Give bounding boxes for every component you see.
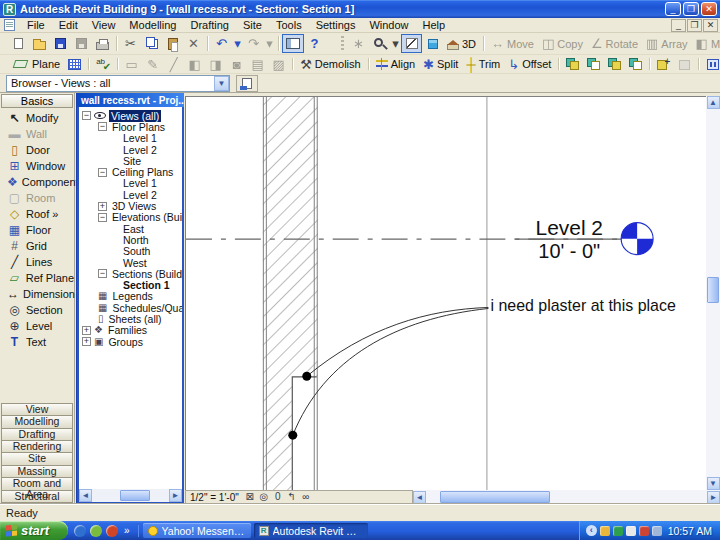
level-label[interactable]: Level 2 (535, 216, 603, 239)
tree-item-east[interactable]: East (79, 223, 182, 234)
tree-expander-icon[interactable]: − (98, 122, 107, 131)
properties-button[interactable] (236, 75, 258, 92)
offset-button[interactable]: ↳Offset (504, 55, 555, 74)
scroll-up-icon[interactable]: ▲ (707, 96, 720, 109)
reveal-hidden-elements-button[interactable]: ↰ (285, 491, 299, 503)
tree-expander-icon[interactable]: − (82, 111, 91, 120)
browser-horizontal-scrollbar[interactable]: ◄ ► (79, 489, 182, 502)
tree-item-groups[interactable]: +▣Groups (79, 336, 182, 347)
shadows-button[interactable]: 0 (271, 491, 285, 503)
tree-expander-icon[interactable]: − (98, 168, 107, 177)
menu-drafting[interactable]: Drafting (183, 18, 236, 32)
designbar-tab-rendering[interactable]: Rendering (1, 440, 73, 452)
leader-line-lower[interactable] (293, 308, 489, 435)
tree-item-level-2[interactable]: Level 2 (79, 189, 182, 200)
uncut-geometry-button[interactable] (625, 55, 646, 74)
designbar-item-ref-plane[interactable]: ▱Ref Plane (0, 270, 74, 286)
messenger-tray-icon[interactable] (626, 526, 636, 536)
zoom-menu-button[interactable]: ▾ (390, 34, 401, 53)
menu-view[interactable]: View (85, 18, 123, 32)
wall-joins-button[interactable] (653, 55, 674, 74)
designbar-item-roof[interactable]: ◇Roof » (0, 206, 74, 222)
copy-button[interactable] (141, 34, 162, 53)
scrollbar-thumb[interactable] (120, 490, 150, 501)
tree-expander-icon[interactable]: − (98, 213, 107, 222)
annotation-text[interactable]: i need plaster at this place (490, 297, 676, 314)
tree-item-schedules-quantitie[interactable]: ▦Schedules/Quantitie (79, 302, 182, 313)
level-elevation[interactable]: 10' - 0" (538, 240, 600, 262)
scrollbar-thumb[interactable] (440, 491, 550, 503)
vertical-scrollbar[interactable]: ▲ ▼ (706, 96, 720, 490)
designbar-item-lines[interactable]: ╱Lines (0, 254, 74, 270)
designbar-tab-room-and-area[interactable]: Room and Area (1, 477, 73, 489)
tree-item-elevations-building[interactable]: −Elevations (Building (79, 212, 182, 223)
scroll-down-icon[interactable]: ▼ (707, 477, 720, 490)
default-3d-view-button[interactable]: 3D (443, 34, 480, 53)
designbar-tab-structural[interactable]: Structural (1, 490, 73, 502)
tree-item-floor-plans[interactable]: −Floor Plans (79, 121, 182, 132)
model-graphics-style-button[interactable]: ◎ (257, 491, 271, 503)
section-view-canvas[interactable]: Level 2 10' - 0" i need plaster at this … (185, 96, 706, 490)
work-plane-grid-button[interactable] (64, 55, 85, 74)
undo-menu-button[interactable]: ▾ (232, 34, 243, 53)
taskbar-task-yahoo-messenger-wi[interactable]: Yahoo! Messenger wi... (143, 523, 251, 538)
paste-button[interactable] (162, 34, 183, 53)
designbar-tab-site[interactable]: Site (1, 452, 73, 464)
menu-edit[interactable]: Edit (52, 18, 85, 32)
scroll-right-icon[interactable]: ► (169, 489, 182, 502)
print-button[interactable] (92, 34, 113, 53)
undo-button[interactable]: ↶ (211, 34, 232, 53)
tree-item-level-2[interactable]: Level 2 (79, 144, 182, 155)
horizontal-scrollbar[interactable]: ◄ ► (413, 490, 720, 504)
unjoin-geometry-button[interactable] (583, 55, 604, 74)
zoom-button[interactable] (369, 34, 390, 53)
tree-item-site[interactable]: Site (79, 155, 182, 166)
menu-tools[interactable]: Tools (269, 18, 309, 32)
wall-section-hatch[interactable] (263, 97, 318, 490)
designbar-item-window[interactable]: ⊞Window (0, 158, 74, 174)
designbar-item-component[interactable]: ❖Component (0, 174, 74, 190)
windows-security-icon[interactable] (600, 526, 610, 536)
menu-window[interactable]: Window (362, 18, 415, 32)
open-button[interactable] (29, 34, 50, 53)
save-button[interactable] (50, 34, 71, 53)
close-button[interactable]: ✕ (701, 2, 717, 16)
context-help-button[interactable]: ? (304, 34, 325, 53)
temporary-hide-isolate-button[interactable]: ∞ (299, 491, 313, 503)
split-button[interactable]: ✱Split (419, 55, 462, 74)
designbar-item-text[interactable]: TText (0, 334, 74, 350)
internet-explorer-icon[interactable] (74, 525, 86, 537)
tree-item-west[interactable]: West (79, 257, 182, 268)
designbar-tab-basics[interactable]: Basics (1, 94, 73, 108)
tree-item-3d-views[interactable]: +3D Views (79, 200, 182, 211)
tree-item-ceiling-plans[interactable]: −Ceiling Plans (79, 166, 182, 177)
designbar-item-section[interactable]: ◎Section (0, 302, 74, 318)
delete-button[interactable]: ✕ (183, 34, 204, 53)
quick-launch-overflow-icon[interactable]: » (122, 525, 132, 536)
tree-expander-icon[interactable]: + (82, 326, 91, 335)
tree-item-south[interactable]: South (79, 246, 182, 257)
tray-collapse-icon[interactable]: ‹ (586, 525, 597, 536)
new-button[interactable] (8, 34, 29, 53)
start-button[interactable]: start (0, 521, 68, 540)
designbar-item-modify[interactable]: ↖Modify (0, 110, 74, 126)
tree-item-section-1[interactable]: Section 1 (79, 279, 182, 290)
work-plane-button[interactable]: Plane (8, 55, 64, 74)
leader-line-upper[interactable] (307, 307, 489, 376)
tree-item-north[interactable]: North (79, 234, 182, 245)
cut-geometry-button[interactable] (604, 55, 625, 74)
designbar-item-door[interactable]: ▯Door (0, 142, 74, 158)
volume-icon[interactable] (639, 526, 649, 536)
designbar-item-level[interactable]: ⊕Level (0, 318, 74, 334)
leader-dot-lower[interactable] (288, 431, 297, 440)
designbar-tab-modelling[interactable]: Modelling (1, 415, 73, 427)
type-selector-combo[interactable]: Browser - Views : all ▼ (6, 75, 230, 92)
tree-item-sections-building-s[interactable]: −Sections (Building S (79, 268, 182, 279)
scroll-left-icon[interactable]: ◄ (79, 489, 92, 502)
tree-item-views-all[interactable]: −Views (all) (79, 110, 182, 121)
mdi-restore-button[interactable]: ❐ (687, 19, 702, 32)
quicktime-icon[interactable] (613, 526, 623, 536)
designbar-tab-view[interactable]: View (1, 403, 73, 415)
project-browser-titlebar[interactable]: wall recess.rvt - Proj... ✕ (77, 93, 184, 107)
menu-settings[interactable]: Settings (309, 18, 363, 32)
